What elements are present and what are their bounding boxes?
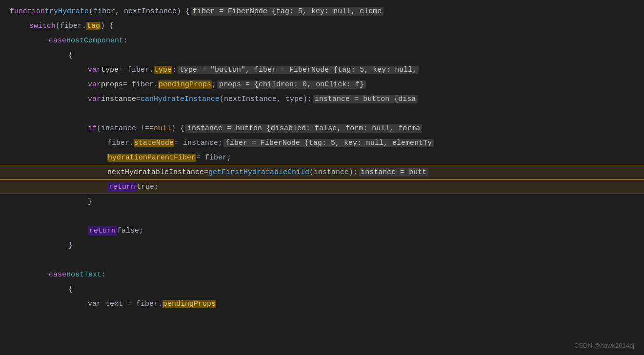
- token: (fiber.: [56, 22, 86, 30]
- line-content: switch (fiber.tag) {: [29, 22, 114, 30]
- code-line: nextHydratableInstance = getFirstHydrata…: [0, 165, 644, 179]
- token: (instance);: [309, 168, 358, 177]
- token: }: [68, 241, 73, 250]
- token: (fiber, nextInstance) {: [89, 7, 190, 16]
- line-content: [88, 110, 92, 118]
- token: instance = button {disabled: false, form…: [185, 124, 422, 133]
- token: case: [49, 271, 66, 279]
- token: (nextInstance, type);: [220, 95, 312, 103]
- code-line: var type = fiber.type; type = "button", …: [0, 62, 644, 77]
- token: :: [101, 271, 106, 279]
- token: ;: [172, 66, 177, 74]
- token: (instance !==: [97, 124, 154, 133]
- token: props = {children: 0, onClick: f}: [217, 80, 366, 89]
- token: case: [49, 37, 66, 45]
- line-content: var props = fiber.pendingProps; props = …: [88, 80, 367, 89]
- token: true;: [137, 183, 159, 191]
- token: HostComponent: [66, 37, 123, 45]
- token: switch: [29, 22, 56, 30]
- token: return: [107, 182, 137, 192]
- token: null: [154, 124, 171, 133]
- token: ) {: [101, 22, 114, 30]
- code-line: return false;: [0, 223, 644, 238]
- code-line: if (instance !== null) { instance = butt…: [0, 121, 644, 136]
- line-content: fiber.stateNode = instance; fiber = Fibe…: [107, 139, 435, 147]
- line-content: function tryHydrate(fiber, nextInstance)…: [10, 7, 384, 16]
- token: fiber = FiberNode {tag: 5, key: null, el…: [223, 139, 434, 147]
- token: tag: [86, 22, 101, 30]
- code-lines: function tryHydrate(fiber, nextInstance)…: [0, 4, 644, 311]
- token: {: [68, 51, 73, 59]
- code-line: }: [0, 194, 644, 209]
- code-editor: function tryHydrate(fiber, nextInstance)…: [0, 0, 644, 355]
- token: canHydrateInstance: [141, 95, 220, 103]
- watermark: CSDN @hawk2014bj: [574, 342, 634, 349]
- token: function: [10, 7, 45, 16]
- line-content: {: [68, 285, 73, 294]
- line-content: var instance = canHydrateInstance(nextIn…: [88, 95, 419, 103]
- token: props: [101, 80, 123, 89]
- token: = fiber;: [196, 154, 231, 162]
- line-content: hydrationParentFiber = fiber;: [107, 154, 231, 162]
- line-content: case HostComponent:: [49, 37, 128, 45]
- code-line: case HostText:: [0, 267, 644, 282]
- code-line: fiber.stateNode = instance; fiber = Fibe…: [0, 136, 644, 150]
- line-content: [68, 256, 73, 264]
- token: =: [204, 168, 208, 177]
- token: = fiber.: [123, 80, 158, 89]
- code-line: {: [0, 48, 644, 62]
- token: =: [136, 95, 141, 103]
- line-content: if (instance !== null) { instance = butt…: [88, 124, 423, 133]
- token: var text = fiber.: [88, 300, 162, 308]
- code-line: var instance = canHydrateInstance(nextIn…: [0, 92, 644, 106]
- code-line: switch (fiber.tag) {: [0, 19, 644, 33]
- code-line: hydrationParentFiber = fiber;: [0, 150, 644, 165]
- token: hydrationParentFiber: [107, 154, 196, 162]
- code-line: {: [0, 282, 644, 296]
- token: pendingProps: [162, 300, 216, 308]
- token: fiber.: [107, 139, 134, 147]
- token: if: [88, 124, 97, 133]
- token: var: [88, 95, 101, 103]
- token: var: [88, 80, 101, 89]
- line-content: var text = fiber.pendingProps: [88, 300, 216, 308]
- line-content: [88, 212, 92, 220]
- token: {: [68, 285, 73, 294]
- line-content: }: [68, 241, 73, 250]
- token: instance = butt: [359, 168, 428, 177]
- token: = instance;: [174, 139, 222, 147]
- token: false;: [117, 227, 143, 235]
- line-content: {: [68, 51, 73, 59]
- token: tryHydrate: [45, 7, 89, 16]
- code-line: return true;: [0, 179, 644, 194]
- code-line: var text = fiber.pendingProps: [0, 296, 644, 311]
- token: type: [154, 66, 172, 74]
- token: ) {: [171, 124, 184, 133]
- code-line: }: [0, 238, 644, 253]
- token: :: [123, 37, 128, 45]
- token: instance = button {disa: [313, 95, 418, 103]
- token: stateNode: [134, 139, 174, 147]
- code-line: function tryHydrate(fiber, nextInstance)…: [0, 4, 644, 19]
- token: var: [88, 66, 101, 74]
- code-line: var props = fiber.pendingProps; props = …: [0, 77, 644, 92]
- token: return: [88, 226, 117, 236]
- line-content: case HostText:: [49, 271, 106, 279]
- code-line: case HostComponent:: [0, 33, 644, 48]
- code-line: [0, 209, 644, 223]
- token: getFirstHydratableChild: [208, 168, 309, 177]
- line-content: return false;: [88, 226, 143, 236]
- code-line: [0, 106, 644, 121]
- token: }: [88, 197, 92, 206]
- token: type = "button", fiber = FiberNode {tag:…: [178, 66, 419, 74]
- token: HostText: [66, 271, 101, 279]
- token: pendingProps: [158, 80, 212, 89]
- token: nextHydratableInstance: [107, 168, 204, 177]
- line-content: }: [88, 197, 92, 206]
- line-content: var type = fiber.type; type = "button", …: [88, 66, 420, 74]
- code-line: [0, 253, 644, 267]
- line-content: nextHydratableInstance = getFirstHydrata…: [107, 168, 429, 177]
- token: ;: [212, 80, 216, 89]
- token: fiber = FiberNode {tag: 5, key: null, el…: [191, 7, 383, 16]
- token: = fiber.: [119, 66, 154, 74]
